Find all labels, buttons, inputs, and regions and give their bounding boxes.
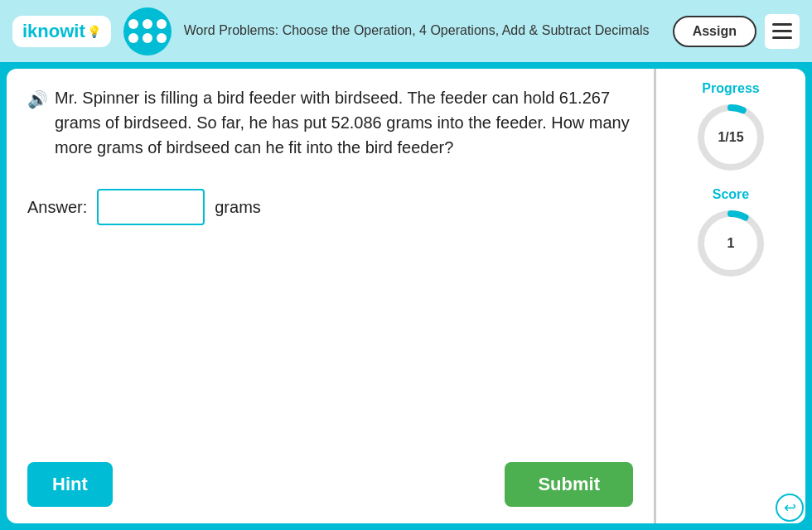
back-arrow-icon: ↩	[784, 499, 796, 517]
activity-title: Word Problems: Choose the Operation, 4 O…	[184, 22, 660, 40]
header: iknowit 💡 Word Problems: Choose the Oper…	[0, 0, 812, 62]
answer-prefix-label: Answer:	[27, 198, 87, 217]
score-section: Score 1	[694, 187, 768, 281]
progress-section: Progress 1/15	[694, 81, 768, 175]
main-wrapper: 🔊 Mr. Spinner is filling a bird feeder w…	[0, 62, 812, 530]
dot	[128, 33, 138, 43]
progress-label: Progress	[702, 81, 759, 96]
logo-text: iknowit	[22, 21, 85, 42]
assign-button[interactable]: Assign	[673, 16, 756, 47]
progress-circle: 1/15	[694, 100, 768, 175]
question-area: 🔊 Mr. Spinner is filling a bird feeder w…	[27, 85, 633, 450]
menu-line	[772, 30, 792, 32]
back-arrow-button[interactable]: ↩	[776, 494, 804, 522]
logo-bulb-icon: 💡	[87, 25, 101, 38]
submit-button[interactable]: Submit	[505, 462, 633, 507]
answer-input[interactable]	[97, 189, 205, 225]
dot	[157, 33, 167, 43]
content-area: 🔊 Mr. Spinner is filling a bird feeder w…	[7, 69, 654, 523]
dots-grid	[122, 12, 173, 50]
dot	[143, 33, 152, 43]
answer-suffix-label: grams	[215, 198, 261, 217]
header-actions: Assign	[673, 14, 800, 49]
speaker-icon[interactable]: 🔊	[27, 87, 48, 160]
activity-icon	[123, 7, 172, 55]
score-value: 1	[727, 236, 735, 251]
question-text: 🔊 Mr. Spinner is filling a bird feeder w…	[27, 85, 633, 160]
sidebar: Progress 1/15 Score 1 ↩	[656, 69, 805, 523]
menu-line	[772, 36, 792, 39]
logo: iknowit 💡	[12, 16, 111, 47]
bottom-buttons: Hint Submit	[27, 450, 633, 507]
dot	[157, 19, 167, 29]
menu-line	[772, 23, 792, 26]
hint-button[interactable]: Hint	[27, 462, 113, 507]
progress-value: 1/15	[718, 130, 743, 145]
dot	[128, 19, 138, 29]
dot	[143, 19, 152, 29]
score-label: Score	[713, 187, 749, 202]
question-body: Mr. Spinner is filling a bird feeder wit…	[55, 85, 633, 160]
answer-row: Answer: grams	[27, 189, 633, 225]
menu-button[interactable]	[765, 14, 800, 49]
score-circle: 1	[694, 206, 768, 281]
